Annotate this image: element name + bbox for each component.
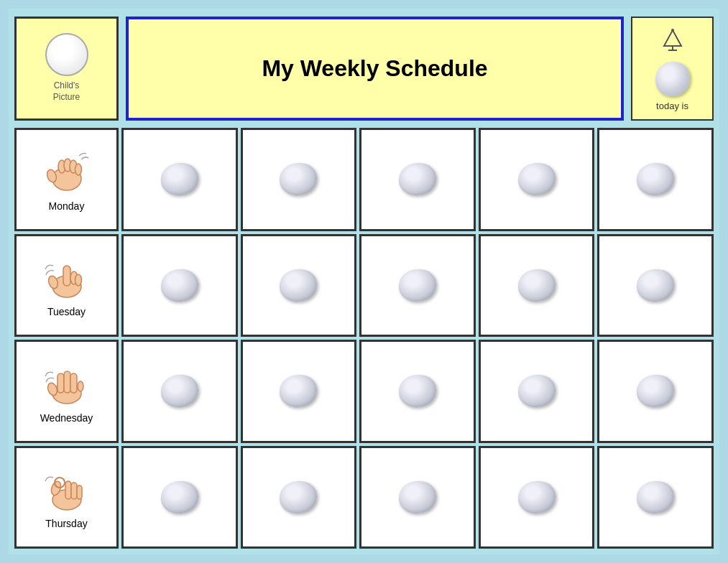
activity-cell-tue-4[interactable] — [479, 234, 595, 338]
activity-cell-mon-5[interactable] — [597, 128, 714, 231]
today-box: today is — [631, 17, 714, 121]
lamp-icon — [658, 26, 687, 57]
svg-rect-26 — [77, 485, 82, 499]
activity-cell-tue-3[interactable] — [359, 234, 476, 338]
stone-thu-2 — [280, 481, 317, 513]
stone-thu-5 — [637, 481, 674, 513]
day-cell-tuesday: Tuesday — [14, 234, 119, 338]
stone-thu-1 — [161, 481, 198, 513]
monday-label: Monday — [49, 200, 85, 212]
grid-row-monday: Monday — [14, 128, 714, 231]
thursday-hand-icon — [40, 465, 93, 515]
stone-mon-1 — [161, 163, 198, 195]
activity-cell-wed-3[interactable] — [359, 340, 476, 443]
activity-cell-tue-2[interactable] — [241, 234, 357, 338]
svg-rect-11 — [63, 266, 70, 286]
svg-point-19 — [78, 381, 83, 391]
svg-rect-18 — [70, 373, 77, 393]
stone-mon-2 — [280, 163, 317, 195]
header-row: Child's Picture My Weekly Schedule today… — [14, 14, 714, 122]
page-container: Child's Picture My Weekly Schedule today… — [9, 9, 719, 554]
activity-cell-wed-5[interactable] — [597, 340, 714, 443]
activity-cell-thu-5[interactable] — [597, 446, 714, 549]
activity-cell-tue-5[interactable] — [597, 234, 714, 338]
svg-marker-0 — [664, 30, 681, 46]
today-circle — [655, 62, 690, 96]
activity-cell-mon-2[interactable] — [241, 128, 357, 231]
day-cell-thursday: Thursday — [14, 446, 119, 549]
grid-area: Monday — [14, 128, 714, 549]
stone-thu-4 — [518, 481, 556, 513]
svg-rect-17 — [64, 371, 70, 393]
stone-mon-5 — [637, 163, 674, 195]
activity-cell-wed-1[interactable] — [121, 340, 238, 443]
stone-mon-3 — [399, 163, 436, 195]
stone-wed-2 — [280, 375, 317, 407]
svg-point-3 — [671, 29, 674, 32]
child-picture-box: Child's Picture — [14, 17, 119, 121]
activity-cell-thu-2[interactable] — [241, 446, 357, 549]
activity-cell-wed-2[interactable] — [241, 340, 357, 443]
page-title: My Weekly Schedule — [262, 55, 487, 82]
day-cell-wednesday: Wednesday — [14, 340, 119, 443]
wednesday-label: Wednesday — [40, 412, 93, 424]
svg-point-13 — [75, 274, 81, 286]
activity-cell-thu-1[interactable] — [121, 446, 238, 549]
tuesday-hand-icon — [40, 253, 93, 303]
child-picture-label: Child's Picture — [53, 80, 80, 103]
stone-tue-2 — [280, 269, 317, 302]
wednesday-hand-icon — [40, 359, 93, 409]
svg-rect-16 — [57, 373, 64, 393]
day-cell-monday: Monday — [14, 128, 119, 231]
stone-wed-3 — [399, 375, 436, 407]
svg-rect-25 — [71, 483, 77, 499]
stone-tue-3 — [399, 269, 436, 302]
title-box: My Weekly Schedule — [126, 17, 624, 121]
thursday-label: Thursday — [45, 518, 87, 529]
monday-hand-icon — [40, 147, 93, 197]
stone-thu-3 — [399, 481, 436, 513]
stone-wed-5 — [637, 375, 674, 407]
activity-cell-mon-4[interactable] — [479, 128, 595, 231]
activity-cell-wed-4[interactable] — [479, 340, 595, 443]
activity-cell-tue-1[interactable] — [121, 234, 238, 338]
stone-wed-1 — [161, 375, 198, 407]
stone-tue-1 — [161, 269, 198, 302]
svg-rect-24 — [65, 481, 71, 499]
stone-tue-5 — [637, 269, 674, 302]
tuesday-label: Tuesday — [47, 306, 86, 317]
stone-tue-4 — [518, 269, 556, 302]
stone-wed-4 — [518, 375, 556, 407]
child-picture-icon — [45, 33, 88, 76]
activity-cell-thu-4[interactable] — [479, 446, 595, 549]
today-label: today is — [656, 101, 688, 111]
activity-cell-mon-3[interactable] — [359, 128, 476, 231]
activity-cell-mon-1[interactable] — [121, 128, 238, 231]
grid-row-tuesday: Tuesday — [14, 234, 714, 338]
svg-point-9 — [75, 164, 81, 175]
stone-mon-4 — [518, 163, 556, 195]
grid-row-wednesday: Wednesday — [14, 340, 714, 443]
activity-cell-thu-3[interactable] — [359, 446, 476, 549]
grid-row-thursday: Thursday — [14, 446, 714, 549]
